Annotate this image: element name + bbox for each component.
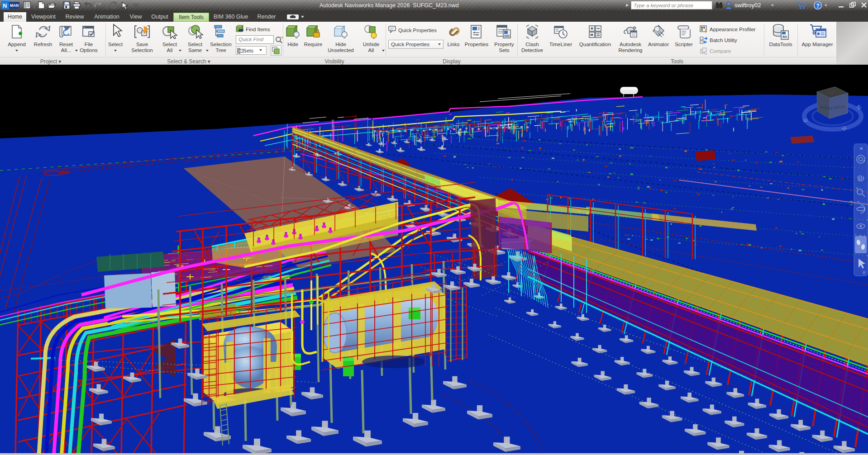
svg-text:☰: ☰ — [862, 270, 866, 275]
svg-text:?: ? — [816, 3, 820, 9]
svg-text:E: E — [802, 118, 809, 122]
svg-text:TOP: TOP — [828, 90, 836, 95]
svg-text:✕: ✕ — [859, 146, 863, 151]
svg-text:N: N — [3, 2, 7, 9]
svg-text:MAN: MAN — [10, 3, 19, 8]
